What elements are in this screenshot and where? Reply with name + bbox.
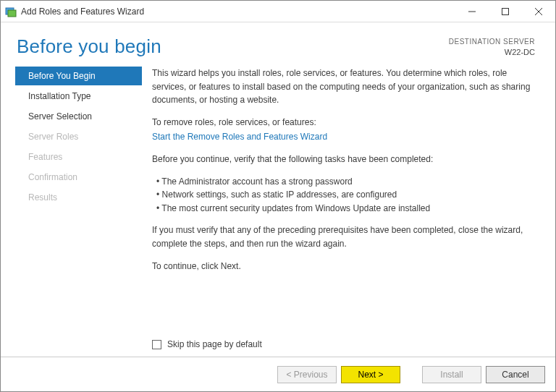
step-confirmation: Confirmation	[15, 168, 142, 187]
install-button: Install	[422, 366, 481, 383]
body-area: Before You Begin Installation Type Serve…	[1, 62, 555, 350]
continue-note-text: To continue, click Next.	[152, 260, 535, 273]
wizard-sidebar: Before You Begin Installation Type Serve…	[1, 67, 142, 350]
remove-wizard-link[interactable]: Start the Remove Roles and Features Wiza…	[152, 132, 327, 142]
prereq-item: The most current security updates from W…	[156, 202, 535, 216]
maximize-button[interactable]	[489, 1, 522, 22]
step-installation-type[interactable]: Installation Type	[15, 87, 142, 106]
close-button[interactable]	[522, 1, 555, 22]
minimize-button[interactable]	[455, 1, 489, 22]
prereq-item: Network settings, such as static IP addr…	[156, 188, 535, 202]
destination-label: DESTINATION SERVER	[449, 37, 535, 47]
cancel-button[interactable]: Cancel	[486, 366, 545, 383]
skip-checkbox[interactable]	[152, 340, 161, 349]
svg-line-5	[535, 8, 542, 15]
step-before-you-begin[interactable]: Before You Begin	[15, 67, 142, 85]
window-controls	[455, 1, 555, 22]
titlebar: Add Roles and Features Wizard	[1, 1, 555, 22]
verify-intro-text: Before you continue, verify that the fol…	[152, 153, 535, 166]
window-title: Add Roles and Features Wizard	[21, 7, 455, 17]
wizard-content: This wizard helps you install roles, rol…	[142, 67, 555, 350]
intro-text: This wizard helps you install roles, rol…	[152, 67, 535, 107]
skip-row: Skip this page by default	[152, 338, 535, 351]
step-server-selection[interactable]: Server Selection	[15, 107, 142, 126]
destination-block: DESTINATION SERVER W22-DC	[449, 37, 535, 57]
step-server-roles: Server Roles	[15, 127, 142, 146]
prereq-list: The Administrator account has a strong p…	[152, 175, 535, 216]
page-title: Before you begin	[17, 35, 161, 58]
prereq-item: The Administrator account has a strong p…	[156, 175, 535, 189]
svg-rect-3	[502, 8, 509, 14]
verify-note-text: If you must verify that any of the prece…	[152, 223, 535, 250]
app-icon	[5, 6, 17, 17]
page-header: Before you begin DESTINATION SERVER W22-…	[1, 22, 555, 62]
destination-server: W22-DC	[449, 47, 535, 58]
previous-button: < Previous	[277, 366, 337, 383]
svg-rect-1	[8, 10, 16, 17]
step-features: Features	[15, 148, 142, 166]
next-button[interactable]: Next >	[341, 366, 400, 383]
svg-line-4	[535, 8, 542, 15]
skip-checkbox-label: Skip this page by default	[167, 338, 262, 351]
remove-label: To remove roles, role services, or featu…	[152, 116, 535, 129]
button-bar: < Previous Next > Install Cancel	[1, 357, 555, 391]
step-results: Results	[15, 188, 142, 207]
